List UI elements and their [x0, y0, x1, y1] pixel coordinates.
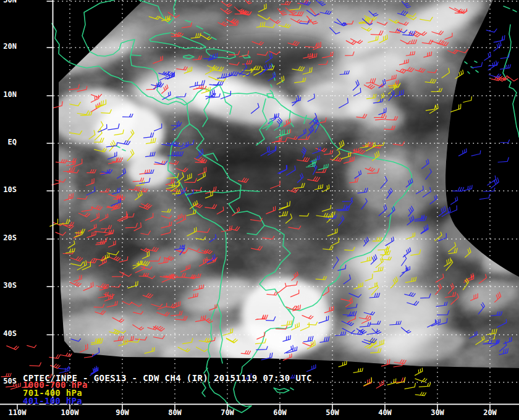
lon-label-90w: 90W — [109, 409, 136, 417]
lat-label-10s: 10S — [0, 186, 17, 194]
lon-label-80w: 80W — [161, 409, 188, 417]
lon-label-100w: 100W — [56, 409, 83, 417]
lat-label-10n: 10N — [0, 91, 17, 99]
lon-label-70w: 70W — [214, 409, 241, 417]
satellite-map-image — [0, 0, 519, 420]
lat-label-eq: EQ — [0, 138, 17, 146]
lon-label-50w: 50W — [319, 409, 346, 417]
legend-high-level: 401-100 hPa — [23, 397, 82, 405]
lat-label-20n: 20N — [0, 43, 17, 51]
lat-label-20s: 20S — [0, 234, 17, 242]
lon-label-40w: 40W — [371, 409, 399, 417]
lon-label-60w: 60W — [266, 409, 293, 417]
lon-label-30w: 30W — [424, 409, 451, 417]
lat-label-30s: 30S — [0, 282, 17, 290]
lon-label-20w: 20W — [476, 409, 504, 417]
satellite-weather-product: 30N20N10NEQ10S20S30S40S50S110W100W90W80W… — [0, 0, 519, 420]
lat-label-40s: 40S — [0, 330, 17, 338]
lon-label-110w: 110W — [4, 409, 31, 417]
lat-label-30n: 30N — [0, 0, 17, 4]
lat-label-50s: 50S — [0, 377, 17, 385]
